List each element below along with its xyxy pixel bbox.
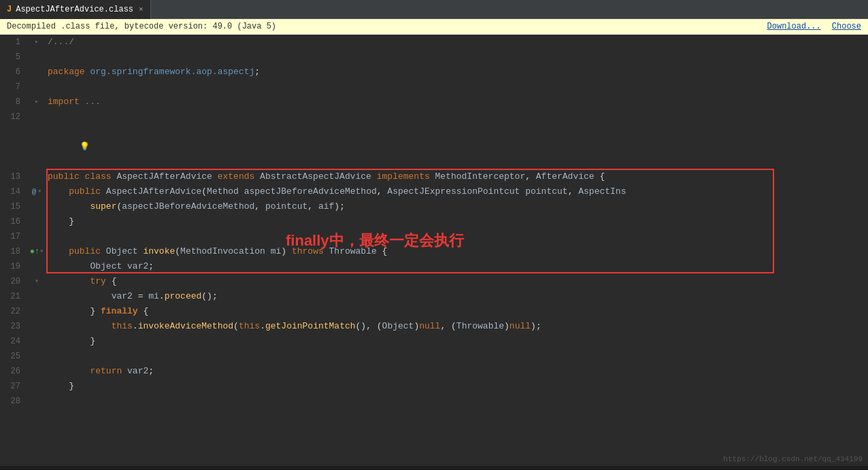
- bulb-icon: 💡: [80, 142, 90, 152]
- table-row: 5: [0, 50, 868, 65]
- table-row: 20 ▾ try {: [0, 274, 868, 289]
- info-bar: Decompiled .class file, bytecode version…: [0, 19, 868, 35]
- table-row: 24 }: [0, 334, 868, 349]
- table-row: 25: [0, 349, 868, 364]
- fold-icon[interactable]: ▸: [35, 95, 39, 110]
- table-row: 22 } finally {: [0, 304, 868, 319]
- info-bar-actions: Download... Choose: [767, 22, 861, 31]
- choose-link[interactable]: Choose: [832, 22, 861, 31]
- tab-title: AspectJAfterAdvice.class: [16, 5, 133, 14]
- table-row: 6 package org.springframework.aop.aspect…: [0, 65, 868, 80]
- fold-icon[interactable]: ▾: [37, 184, 41, 199]
- decompiled-info-text: Decompiled .class file, bytecode version…: [7, 22, 276, 31]
- editor: 1 ▸ /.../ 5 6 package org.springframewor…: [0, 35, 868, 466]
- table-row: 18 ●↑ ▾ public Object invoke(MethodInvoc…: [0, 244, 868, 259]
- table-row: 21 var2 = mi.proceed();: [0, 289, 868, 304]
- table-row: 16 }: [0, 214, 868, 229]
- table-row: 15 super(aspectJBeforeAdviceMethod, poin…: [0, 199, 868, 214]
- active-tab[interactable]: J AspectJAfterAdvice.class ×: [0, 0, 151, 19]
- table-row: 13 public class AspectJAfterAdvice exten…: [0, 169, 868, 184]
- table-row: 27 }: [0, 379, 868, 394]
- tab-bar: J AspectJAfterAdvice.class ×: [0, 0, 868, 19]
- run-icon: ●↑: [30, 244, 39, 259]
- table-row: 1 ▸ /.../: [0, 35, 868, 50]
- table-row: 17: [0, 229, 868, 244]
- table-row: 19 Object var2;: [0, 259, 868, 274]
- table-row: 12 💡: [0, 110, 868, 169]
- table-row: 7: [0, 80, 868, 95]
- watermark: https://blog.csdn.net/qq_434199: [723, 455, 863, 463]
- download-link[interactable]: Download...: [767, 22, 821, 31]
- table-row: 26 return var2;: [0, 364, 868, 379]
- fold-icon[interactable]: ▾: [35, 274, 39, 289]
- table-row: 8 ▸ import ...: [0, 95, 868, 110]
- java-icon: J: [7, 5, 12, 14]
- fold-icon[interactable]: ▸: [35, 35, 39, 50]
- close-tab-button[interactable]: ×: [139, 5, 144, 14]
- annotation-marker: @: [32, 184, 37, 199]
- table-row: 28: [0, 394, 868, 409]
- table-row: 14 @ ▾ public AspectJAfterAdvice(Method …: [0, 184, 868, 199]
- fold-icon[interactable]: ▾: [39, 244, 44, 259]
- table-row: 23 this.invokeAdviceMethod(this.getJoinP…: [0, 319, 868, 334]
